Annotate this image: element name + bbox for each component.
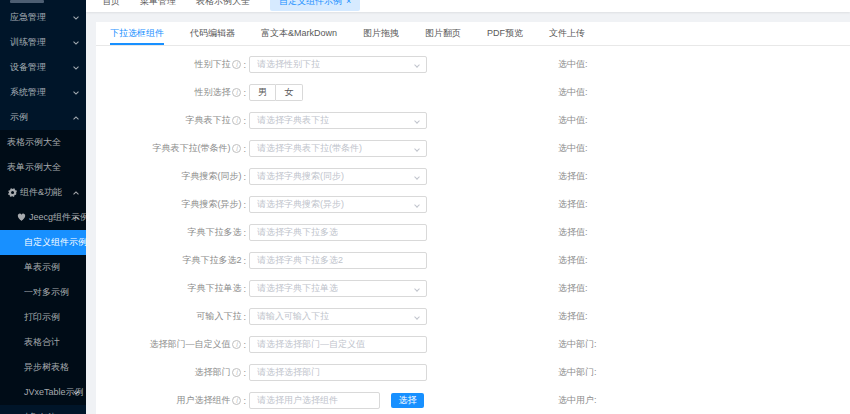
component-tab[interactable]: 富文本&MarkDown bbox=[261, 22, 337, 45]
dropdown-field[interactable]: 请选择性别下拉 bbox=[249, 56, 427, 73]
selected-value-label: 选中值: bbox=[558, 58, 588, 71]
sidebar-item-系统管理[interactable]: 系统管理 bbox=[0, 80, 86, 105]
sidebar-item-自定义组件示例[interactable]: 自定义组件示例 bbox=[0, 230, 86, 255]
chevron-down-icon bbox=[414, 62, 420, 68]
content-card: 下拉选框组件 代码编辑器 富文本&MarkDown 图片拖拽 图片翻页 PDF预… bbox=[96, 22, 850, 414]
form-label-text: 选择部门 bbox=[194, 366, 230, 379]
form-control: 请选择字典搜索(同步) bbox=[249, 168, 427, 185]
radio-option-女[interactable]: 女 bbox=[276, 84, 303, 101]
dropdown-field[interactable]: 请选择字典下拉单选 bbox=[249, 280, 427, 297]
sidebar-item-异步树表格[interactable]: 异步树表格 bbox=[0, 355, 86, 380]
demo-form: 性别下拉 i : 请选择性别下拉 选中值: 性别选择 i : 男女 bbox=[96, 46, 850, 409]
info-icon[interactable]: i bbox=[232, 396, 241, 405]
input-field[interactable]: 请选择选择部门 bbox=[249, 364, 427, 381]
chevron-down-icon bbox=[414, 146, 420, 152]
form-label: 性别下拉 i : bbox=[96, 58, 246, 71]
form-row: 字典表下拉 i : 请选择字典表下拉 选中值: bbox=[96, 112, 850, 129]
sidebar-item-label: 应急管理 bbox=[10, 11, 46, 24]
sidebar-item-表单示例大全[interactable]: 表单示例大全 bbox=[0, 155, 86, 180]
form-row: 字典搜索(同步) : 请选择字典搜索(同步) 选择值: bbox=[96, 168, 850, 185]
sidebar-item-设备管理[interactable]: 设备管理 bbox=[0, 55, 86, 80]
component-tab[interactable]: 代码编辑器 bbox=[190, 22, 235, 45]
sidebar-item-一对多示例[interactable]: 一对多示例 bbox=[0, 280, 86, 305]
label-colon: : bbox=[243, 284, 246, 294]
sidebar-item-单表示例[interactable]: 单表示例 bbox=[0, 255, 86, 280]
page-tab[interactable]: 菜单管理 bbox=[140, 0, 176, 8]
form-control: 请选择字典表下拉(带条件) bbox=[249, 140, 427, 157]
label-colon: : bbox=[243, 368, 246, 378]
form-label-text: 可输入下拉 bbox=[196, 310, 241, 323]
pick-button[interactable]: 选择 bbox=[391, 393, 424, 408]
form-label: 性别选择 i : bbox=[96, 86, 246, 99]
sidebar-item-label: 组件&功能 bbox=[20, 186, 62, 199]
selected-value-label: 选中用户: bbox=[558, 394, 597, 407]
form-control: 请选择选择部门—自定义值 bbox=[249, 336, 427, 353]
info-icon[interactable]: i bbox=[232, 368, 241, 377]
form-row: 性别下拉 i : 请选择性别下拉 选中值: bbox=[96, 56, 850, 73]
field-placeholder: 请选择字典搜索(同步) bbox=[257, 170, 344, 183]
chevron-down-icon bbox=[73, 64, 79, 70]
dropdown-field[interactable]: 请输入可输入下拉 bbox=[249, 308, 427, 325]
dropdown-field[interactable]: 请选择字典表下拉(带条件) bbox=[249, 140, 427, 157]
dropdown-field[interactable]: 请选择字典表下拉 bbox=[249, 112, 427, 129]
sidebar-item-打印示例[interactable]: 打印示例 bbox=[0, 305, 86, 330]
form-control: 男女 bbox=[249, 84, 303, 101]
info-icon[interactable]: i bbox=[232, 60, 241, 69]
sidebar-item-训练管理[interactable]: 训练管理 bbox=[0, 30, 86, 55]
page-tab[interactable]: 表格示例大全 bbox=[196, 0, 250, 8]
sidebar-item-组件&功能[interactable]: 组件&功能 bbox=[0, 180, 86, 205]
sidebar-item-应急管理[interactable]: 应急管理 bbox=[0, 5, 86, 30]
radio-option-男[interactable]: 男 bbox=[249, 84, 276, 101]
input-field[interactable]: 请选择字典下拉多选 bbox=[249, 224, 427, 241]
close-icon[interactable]: × bbox=[346, 0, 351, 6]
field-placeholder: 请选择字典搜索(异步) bbox=[257, 198, 344, 211]
sidebar-item-表格示例大全[interactable]: 表格示例大全 bbox=[0, 130, 86, 155]
form-label-text: 用户选择组件 bbox=[176, 394, 230, 407]
form-control: 请选择字典下拉单选 bbox=[249, 280, 427, 297]
component-tab[interactable]: 图片翻页 bbox=[425, 22, 461, 45]
form-row: 用户选择组件 i : 请选择用户选择组件 选择 选中用户: bbox=[96, 392, 850, 409]
page-tab-label: 表格示例大全 bbox=[196, 0, 250, 8]
info-icon[interactable]: i bbox=[232, 144, 241, 153]
sidebar-item-示例[interactable]: 示例 bbox=[0, 105, 86, 130]
info-icon[interactable]: i bbox=[232, 116, 241, 125]
form-label-text: 字典搜索(同步) bbox=[181, 170, 241, 183]
form-row: 可输入下拉 : 请输入可输入下拉 选择值: bbox=[96, 308, 850, 325]
sidebar-item-label: 示例 bbox=[10, 111, 28, 124]
selected-value-label: 选中部门: bbox=[558, 366, 597, 379]
info-icon[interactable]: i bbox=[232, 88, 241, 97]
sidebar-item-JVxeTable示例[interactable]: JVxeTable示例 bbox=[0, 380, 86, 405]
selected-value-label: 选中值: bbox=[558, 86, 588, 99]
form-label: 字典下拉多选 : bbox=[96, 226, 246, 239]
chevron-down-icon bbox=[414, 314, 420, 320]
label-colon: : bbox=[243, 116, 246, 126]
form-control: 请选择字典搜索(异步) bbox=[249, 196, 427, 213]
info-icon[interactable]: i bbox=[232, 340, 241, 349]
form-label-text: 字典搜索(异步) bbox=[181, 198, 241, 211]
input-field[interactable]: 请选择用户选择组件 bbox=[249, 392, 380, 409]
sidebar-item-Jeecg组件示例[interactable]: Jeecg组件示例 bbox=[0, 205, 86, 230]
component-tab[interactable]: 文件上传 bbox=[549, 22, 585, 45]
component-tab[interactable]: 下拉选框组件 bbox=[110, 22, 164, 45]
component-tab[interactable]: 图片拖拽 bbox=[363, 22, 399, 45]
component-tab[interactable]: PDF预览 bbox=[487, 22, 523, 45]
dropdown-field[interactable]: 请选择字典搜索(异步) bbox=[249, 196, 427, 213]
input-field[interactable]: 请选择选择部门—自定义值 bbox=[249, 336, 427, 353]
form-label-text: 字典下拉多选2 bbox=[182, 254, 241, 267]
sidebar-item-label: 异步树表格 bbox=[24, 361, 69, 374]
page-tab[interactable]: 自定义组件示例 × bbox=[270, 0, 360, 11]
page-tab[interactable]: 首页 bbox=[102, 0, 120, 8]
selected-value-label: 选择值: bbox=[558, 310, 588, 323]
selected-value-label: 选择值: bbox=[558, 226, 588, 239]
dropdown-field[interactable]: 请选择字典搜索(同步) bbox=[249, 168, 427, 185]
field-placeholder: 请选择字典表下拉 bbox=[257, 114, 329, 127]
sidebar-item-表格合计[interactable]: 表格合计 bbox=[0, 330, 86, 355]
sidebar-item-对象存储[interactable]: 对象存储 bbox=[0, 405, 86, 414]
sidebar-item-label: 训练管理 bbox=[10, 36, 46, 49]
label-colon: : bbox=[243, 312, 246, 322]
label-colon: : bbox=[243, 396, 246, 406]
form-label-text: 字典下拉单选 bbox=[187, 282, 241, 295]
form-row: 性别选择 i : 男女 选中值: bbox=[96, 84, 850, 101]
page-tab-label: 首页 bbox=[102, 0, 120, 8]
input-field[interactable]: 请选择字典下拉多选2 bbox=[249, 252, 427, 269]
